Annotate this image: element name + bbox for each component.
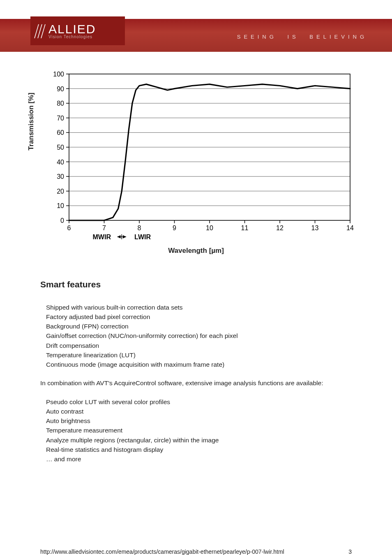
- svg-text:60: 60: [57, 129, 64, 136]
- list-item: Background (FPN) correction: [46, 321, 352, 331]
- list-item: Shipped with various built-in correction…: [46, 303, 352, 312]
- list-item: Auto brightness: [46, 416, 352, 426]
- chart-svg: 010203040506070809010067891011121314MWIR…: [34, 68, 358, 253]
- list-item: Factory adjusted bad pixel correction: [46, 312, 352, 321]
- svg-line-0: [35, 24, 39, 38]
- intro-paragraph: In combination with AVT's AcquireControl…: [40, 378, 352, 388]
- svg-text:8: 8: [138, 224, 141, 231]
- svg-text:0: 0: [60, 217, 64, 224]
- footer-url: http://www.alliedvisiontec.com/emea/prod…: [40, 548, 284, 555]
- list-item: Continuous mode (image acquisition with …: [46, 360, 352, 369]
- svg-text:LWIR: LWIR: [134, 234, 151, 240]
- svg-text:MWIR: MWIR: [93, 234, 111, 240]
- svg-line-2: [41, 24, 45, 38]
- svg-text:9: 9: [173, 224, 176, 231]
- feature-list-1: Shipped with various built-in correction…: [40, 303, 352, 370]
- chart-y-axis-label: Transmission [%]: [27, 92, 35, 150]
- brand-name: ALLIED: [48, 23, 96, 35]
- list-item: Auto contrast: [46, 407, 352, 416]
- list-item: … and more: [46, 454, 352, 464]
- svg-text:10: 10: [57, 202, 64, 209]
- section-heading: Smart features: [40, 278, 352, 291]
- list-item: Gain/offset correction (NUC/non-uniformi…: [46, 331, 352, 340]
- svg-text:14: 14: [346, 224, 354, 231]
- svg-text:30: 30: [57, 173, 64, 180]
- feature-list-2: Pseudo color LUT with several color prof…: [40, 397, 352, 464]
- body-content: Smart features Shipped with various buil…: [0, 253, 392, 464]
- svg-text:70: 70: [57, 115, 64, 122]
- list-item: Drift compensation: [46, 341, 352, 350]
- svg-text:50: 50: [57, 144, 64, 151]
- svg-text:11: 11: [241, 224, 249, 231]
- svg-text:7: 7: [102, 224, 106, 231]
- list-item: Temperature linearization (LUT): [46, 350, 352, 360]
- svg-text:6: 6: [67, 224, 71, 231]
- svg-text:90: 90: [57, 86, 64, 92]
- brand-logo: ALLIED Vision Technologies: [30, 16, 125, 45]
- svg-text:80: 80: [57, 100, 64, 107]
- tagline-text: SEEING IS BELIEVING: [237, 34, 367, 40]
- svg-text:13: 13: [311, 224, 319, 231]
- svg-text:40: 40: [57, 159, 64, 166]
- svg-text:10: 10: [206, 224, 213, 231]
- svg-text:12: 12: [276, 224, 284, 231]
- list-item: Analyze multiple regions (rectangular, c…: [46, 435, 352, 445]
- list-item: Temperature measurement: [46, 426, 352, 435]
- svg-text:20: 20: [57, 188, 64, 195]
- page-number: 3: [348, 548, 352, 555]
- svg-line-1: [38, 24, 42, 38]
- page-footer: http://www.alliedvisiontec.com/emea/prod…: [0, 548, 392, 555]
- slashes-icon: [33, 22, 47, 40]
- chart-x-axis-label: Wavelength [µm]: [168, 247, 224, 255]
- list-item: Pseudo color LUT with several color prof…: [46, 397, 352, 407]
- transmission-chart: Transmission [%] 01020304050607080901006…: [34, 68, 358, 253]
- brand-subtitle: Vision Technologies: [48, 35, 96, 39]
- list-item: Real-time statistics and histogram displ…: [46, 445, 352, 454]
- svg-text:100: 100: [53, 71, 64, 78]
- header-banner: ALLIED Vision Technologies SEEING IS BEL…: [0, 19, 392, 52]
